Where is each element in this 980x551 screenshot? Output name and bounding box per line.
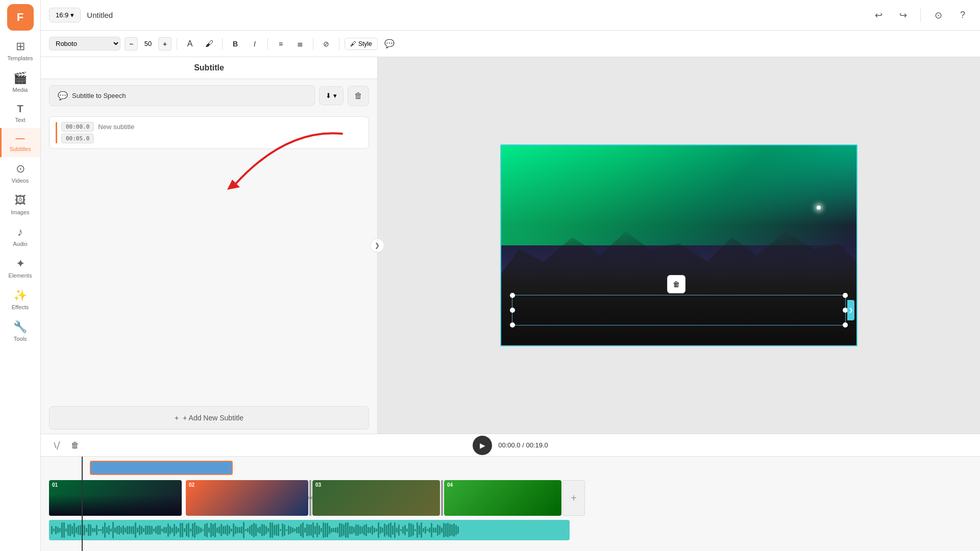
handle-bottom-right[interactable] — [843, 322, 848, 328]
undo-button[interactable]: ↩ — [869, 6, 888, 24]
video-clip-3[interactable]: 03 — [312, 480, 440, 516]
content-area: Subtitle 💬 Subtitle to Speech ⬇ ▾ 🗑 — [41, 57, 980, 434]
plus-icon: + — [571, 492, 577, 504]
video-clip-1[interactable]: 01 — [49, 480, 182, 516]
resize-right-handle[interactable]: ❯ — [847, 300, 854, 320]
clip-divider-2: ✂ — [309, 480, 311, 516]
sidebar-item-images[interactable]: 🖼 Images — [0, 189, 40, 220]
speech-btn-label: Subtitle to Speech — [72, 92, 126, 99]
delete-overlay-button[interactable]: 🗑 — [667, 275, 685, 293]
topbar: 16:9 ▾ Untitled ↩ ↪ ⊙ ? — [41, 0, 980, 31]
sidebar-item-label: Effects — [12, 304, 29, 310]
subtitle-to-speech-button[interactable]: 💬 Subtitle to Speech — [49, 85, 315, 106]
font-family-select[interactable]: Roboto — [49, 37, 120, 51]
video-container: 🗑 ❯ — [500, 144, 857, 346]
subtitles-icon: — — [16, 133, 25, 144]
font-size-increase-button[interactable]: + — [158, 37, 172, 51]
sidebar-item-media[interactable]: 🎬 Media — [0, 66, 40, 98]
subtitle-text-input[interactable] — [98, 122, 362, 131]
clip-number-4: 04 — [447, 482, 453, 488]
trash-icon: 🗑 — [354, 91, 362, 100]
format-divider-3 — [267, 38, 268, 50]
topbar-left: 16:9 ▾ Untitled — [49, 8, 113, 22]
effects-icon: ✨ — [13, 289, 27, 302]
video-thumbnail: 🗑 ❯ — [501, 145, 856, 345]
clip-number-2: 02 — [189, 482, 194, 488]
sidebar-item-subtitles[interactable]: — Subtitles — [0, 128, 40, 157]
format-divider-4 — [313, 38, 313, 50]
timeline-section: ⧵⧸ 🗑 ▶ 00:00.0 / 00:19.0 — [41, 434, 980, 551]
split-button[interactable]: ⧵⧸ — [49, 438, 64, 453]
help-button[interactable]: ? — [953, 6, 972, 24]
subtitle-panel-title: Subtitle — [194, 63, 224, 72]
sidebar-item-elements[interactable]: ✦ Elements — [0, 252, 40, 284]
timeline-center-controls: ▶ 00:00.0 / 00:19.0 — [96, 436, 925, 455]
screenshot-button[interactable]: ⊙ — [929, 6, 947, 24]
subtitle-track-clip[interactable] — [90, 461, 233, 475]
play-button[interactable]: ▶ — [473, 436, 492, 455]
aurora-background — [501, 145, 856, 245]
playhead[interactable] — [82, 457, 83, 551]
format-divider-5 — [339, 38, 339, 50]
video-track: 01 02 ✂ 03 04 — [49, 480, 972, 516]
sidebar-item-label: Text — [15, 117, 25, 123]
download-button[interactable]: ⬇ ▾ — [319, 86, 344, 105]
sidebar-item-label: Tools — [14, 336, 27, 342]
add-subtitle-label: + Add New Subtitle — [183, 414, 243, 422]
topbar-right: ↩ ↪ ⊙ ? — [869, 6, 972, 24]
delete-subtitles-button[interactable]: 🗑 — [348, 86, 369, 106]
timeline-time-display: 00:00.0 / 00:19.0 — [498, 441, 548, 449]
style-label: Style — [358, 40, 372, 47]
clip-number-3: 03 — [315, 482, 321, 488]
subtitle-times: 00:00.0 00:05.0 — [61, 122, 94, 143]
project-title: Untitled — [87, 11, 113, 19]
subtitle-list: 00:00.0 00:05.0 — [41, 112, 377, 402]
add-clip-button[interactable]: + — [562, 480, 585, 516]
font-size-control: − 50 + — [125, 37, 172, 51]
align-button[interactable]: ≡ — [273, 36, 288, 52]
sidebar-item-templates[interactable]: ⊞ Templates — [0, 35, 40, 66]
highlight-color-button[interactable]: 🖌 — [202, 36, 217, 52]
handle-top-right[interactable] — [843, 293, 848, 298]
video-clip-4[interactable]: 04 — [444, 480, 561, 516]
preview-area: 🗑 ❯ — [378, 57, 980, 434]
redo-button[interactable]: ↪ — [894, 6, 912, 24]
clip-number-1: 01 — [52, 482, 58, 488]
sidebar-item-effects[interactable]: ✨ Effects — [0, 284, 40, 315]
subtitle-panel-header: Subtitle — [41, 57, 377, 79]
style-button[interactable]: 🖋 Style — [345, 38, 378, 50]
trash-icon: 🗑 — [673, 280, 680, 288]
sidebar-item-audio[interactable]: ♪ Audio — [0, 220, 40, 252]
filter-button[interactable]: ⊘ — [318, 36, 334, 52]
sidebar-item-label: Templates — [7, 55, 33, 61]
sidebar-item-label: Subtitles — [9, 146, 31, 152]
plus-icon: + — [175, 414, 179, 422]
subtitle-panel: Subtitle 💬 Subtitle to Speech ⬇ ▾ 🗑 — [41, 57, 378, 434]
font-size-decrease-button[interactable]: − — [125, 37, 138, 51]
line-height-button[interactable]: ≣ — [292, 36, 308, 52]
timeline-controls: ⧵⧸ 🗑 ▶ 00:00.0 / 00:19.0 — [41, 434, 980, 457]
sidebar-item-text[interactable]: T Text — [0, 98, 40, 128]
screenshot-icon: ⊙ — [935, 10, 942, 21]
app-logo: F — [7, 4, 34, 31]
handle-top-left[interactable] — [510, 293, 515, 298]
handle-bottom-left[interactable] — [510, 322, 515, 328]
aspect-ratio-label: 16:9 — [56, 11, 68, 19]
audio-waveform — [49, 520, 570, 540]
sidebar-item-tools[interactable]: 🔧 Tools — [0, 315, 40, 347]
subtitle-overlay-box[interactable]: 🗑 ❯ — [512, 295, 846, 325]
italic-button[interactable]: I — [247, 36, 262, 52]
add-subtitle-button[interactable]: + + Add New Subtitle — [49, 406, 369, 430]
collapse-panel-button[interactable]: ❯ — [370, 238, 384, 253]
delete-clip-button[interactable]: 🗑 — [67, 438, 83, 453]
play-icon: ▶ — [480, 441, 485, 449]
media-icon: 🎬 — [13, 71, 27, 85]
text-color-button[interactable]: A — [182, 36, 198, 52]
aspect-ratio-button[interactable]: 16:9 ▾ — [49, 8, 81, 22]
bold-button[interactable]: B — [228, 36, 243, 52]
video-clip-2[interactable]: 02 — [186, 480, 308, 516]
chat-button[interactable]: 💬 — [382, 36, 397, 52]
images-icon: 🖼 — [15, 194, 26, 207]
handle-left[interactable] — [510, 308, 515, 313]
sidebar-item-videos[interactable]: ⊙ Videos — [0, 157, 40, 189]
